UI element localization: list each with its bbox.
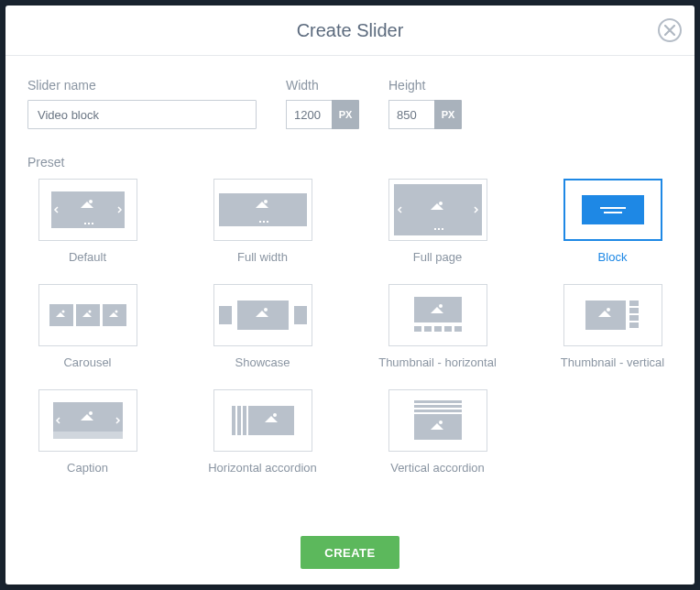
svg-point-53 xyxy=(439,421,443,424)
svg-point-36 xyxy=(607,308,610,311)
preset-thumb xyxy=(213,284,312,346)
preset-vertical-accordion[interactable]: Vertical accordion xyxy=(377,389,498,475)
height-unit: PX xyxy=(434,100,462,129)
svg-rect-15 xyxy=(582,195,644,224)
svg-point-43 xyxy=(89,411,93,415)
svg-point-29 xyxy=(439,304,443,308)
svg-rect-37 xyxy=(629,300,639,306)
svg-rect-44 xyxy=(232,406,235,435)
preset-thumb xyxy=(388,284,487,346)
svg-rect-3 xyxy=(88,223,90,224)
height-label: Height xyxy=(388,78,462,93)
preset-carousel[interactable]: Carousel xyxy=(27,284,148,369)
preset-label: Caption xyxy=(67,461,108,475)
preset-thumb xyxy=(38,389,137,452)
svg-rect-34 xyxy=(454,326,462,332)
height-input[interactable] xyxy=(388,100,434,129)
slider-name-label: Slider name xyxy=(27,78,257,93)
preset-label: Thumbnail - horizontal xyxy=(378,355,497,369)
svg-rect-32 xyxy=(434,326,442,332)
width-field: Width PX xyxy=(286,78,359,129)
svg-rect-12 xyxy=(434,228,436,230)
preset-thumb xyxy=(563,179,662,241)
preset-label: Vertical accordion xyxy=(390,461,485,475)
preset-block[interactable]: Block xyxy=(552,179,673,264)
preset-horizontal-accordion[interactable]: Horizontal accordion xyxy=(202,389,323,475)
form-row: Slider name Width PX Height PX xyxy=(27,78,673,129)
preview-thumb-vertical-icon xyxy=(569,290,657,341)
preview-full-width-icon xyxy=(219,184,307,235)
svg-rect-2 xyxy=(84,223,86,224)
svg-point-22 xyxy=(88,311,91,313)
svg-point-27 xyxy=(264,308,268,311)
slider-name-field: Slider name xyxy=(27,78,257,129)
svg-point-6 xyxy=(264,200,268,203)
svg-rect-49 xyxy=(414,400,462,403)
svg-rect-26 xyxy=(294,306,307,324)
create-button[interactable]: CREATE xyxy=(301,536,399,569)
preview-full-page-icon xyxy=(394,184,482,235)
svg-rect-33 xyxy=(444,326,452,332)
preview-v-accordion-icon xyxy=(394,395,482,446)
preview-default-icon xyxy=(44,184,132,235)
preset-full-page[interactable]: Full page xyxy=(377,179,498,264)
svg-point-1 xyxy=(89,200,93,203)
preset-thumb xyxy=(38,179,137,241)
preview-caption-icon xyxy=(44,395,132,446)
preset-label: Full width xyxy=(237,250,288,264)
svg-rect-14 xyxy=(442,228,443,230)
preset-thumb xyxy=(388,389,487,452)
preset-label: Block xyxy=(598,250,628,264)
svg-rect-8 xyxy=(263,221,265,223)
preset-label: Carousel xyxy=(63,355,111,369)
preset-label: Horizontal accordion xyxy=(208,461,317,475)
preview-thumb-horizontal-icon xyxy=(394,290,482,341)
preview-carousel-icon xyxy=(44,290,132,341)
modal-title: Create Slider xyxy=(297,20,404,41)
svg-rect-9 xyxy=(267,221,268,223)
preset-showcase[interactable]: Showcase xyxy=(202,284,323,369)
svg-rect-7 xyxy=(259,221,261,223)
preset-thumb-horizontal[interactable]: Thumbnail - horizontal xyxy=(377,284,498,369)
svg-rect-24 xyxy=(219,306,232,324)
preview-showcase-icon xyxy=(219,290,307,341)
close-button[interactable] xyxy=(658,18,682,42)
preset-full-width[interactable]: Full width xyxy=(202,179,323,264)
modal-header: Create Slider xyxy=(5,5,695,56)
preset-caption[interactable]: Caption xyxy=(27,389,148,475)
close-icon xyxy=(664,25,675,36)
preset-grid: Default Full width xyxy=(27,179,673,475)
preset-label: Default xyxy=(69,250,106,264)
modal-body: Slider name Width PX Height PX Preset xyxy=(5,56,695,475)
svg-point-21 xyxy=(61,311,64,313)
preset-section-label: Preset xyxy=(27,155,673,169)
preview-h-accordion-icon xyxy=(219,395,307,446)
svg-rect-40 xyxy=(629,322,639,328)
width-unit: PX xyxy=(332,100,359,129)
svg-rect-39 xyxy=(629,315,639,321)
preset-thumb xyxy=(563,284,662,346)
create-slider-modal: Create Slider Slider name Width PX Heigh… xyxy=(5,5,695,585)
svg-rect-30 xyxy=(414,326,421,332)
svg-rect-31 xyxy=(424,326,432,332)
preset-thumb xyxy=(213,389,312,452)
svg-rect-38 xyxy=(629,308,639,313)
preset-thumb xyxy=(38,284,137,346)
preview-block-icon xyxy=(569,184,657,235)
svg-rect-50 xyxy=(414,405,462,408)
modal-footer: CREATE xyxy=(5,520,695,585)
slider-name-input[interactable] xyxy=(27,100,257,129)
preset-thumb xyxy=(388,179,487,241)
svg-rect-4 xyxy=(92,223,93,224)
preset-default[interactable]: Default xyxy=(27,179,148,264)
svg-rect-51 xyxy=(414,410,462,412)
svg-rect-13 xyxy=(438,228,440,230)
svg-point-11 xyxy=(439,202,443,205)
preset-thumb xyxy=(213,179,312,241)
width-label: Width xyxy=(286,78,359,93)
height-field: Height PX xyxy=(388,78,462,129)
preset-label: Thumbnail - vertical xyxy=(561,355,664,369)
svg-point-23 xyxy=(115,311,117,313)
preset-thumb-vertical[interactable]: Thumbnail - vertical xyxy=(552,284,673,369)
width-input[interactable] xyxy=(286,100,332,129)
